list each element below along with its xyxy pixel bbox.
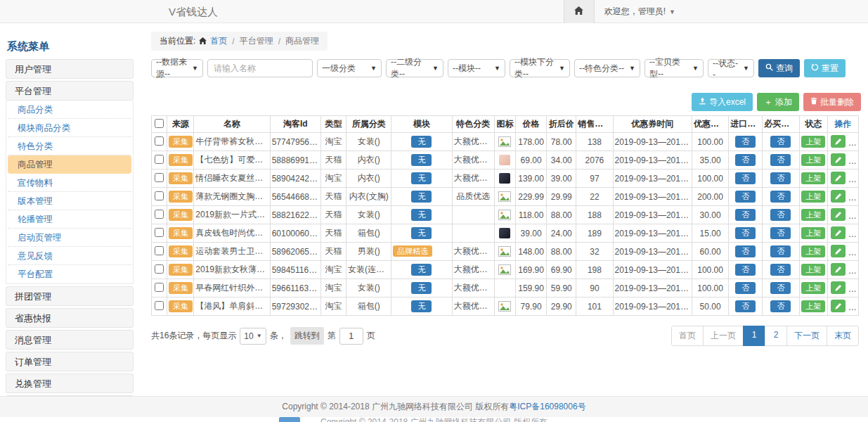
edit-button[interactable] bbox=[831, 153, 846, 166]
product-category: 女装() bbox=[346, 206, 391, 224]
import-select-badge[interactable]: 否 bbox=[735, 191, 756, 202]
row-checkbox[interactable] bbox=[155, 264, 164, 274]
edit-button[interactable] bbox=[831, 245, 846, 257]
status-badge[interactable]: 上架 bbox=[801, 264, 825, 275]
row-checkbox[interactable] bbox=[155, 155, 164, 164]
sidebar-item[interactable]: 启动页管理 bbox=[8, 229, 131, 247]
edit-button[interactable] bbox=[831, 263, 846, 276]
page-button[interactable]: 上一页 bbox=[703, 326, 744, 346]
must-buy-badge[interactable]: 否 bbox=[770, 209, 791, 220]
status-badge[interactable]: 上架 bbox=[801, 282, 825, 293]
status-badge[interactable]: 上架 bbox=[801, 227, 825, 238]
must-buy-badge[interactable]: 否 bbox=[770, 154, 791, 165]
import-select-badge[interactable]: 否 bbox=[735, 209, 756, 220]
import-select-badge[interactable]: 否 bbox=[735, 282, 756, 293]
add-button[interactable]: ＋ 添加 bbox=[757, 93, 799, 111]
page-button[interactable]: 1 bbox=[743, 326, 765, 346]
breadcrumb-home-link[interactable]: 首页 bbox=[210, 35, 227, 47]
must-buy-badge[interactable]: 否 bbox=[770, 300, 791, 312]
import-select-badge[interactable]: 否 bbox=[735, 154, 756, 165]
status-badge[interactable]: 上架 bbox=[801, 209, 825, 220]
edit-button[interactable] bbox=[831, 135, 846, 148]
page-button[interactable]: 2 bbox=[765, 326, 787, 346]
batch-delete-button[interactable]: 批量删除 bbox=[803, 93, 861, 111]
must-buy-badge[interactable]: 否 bbox=[770, 136, 791, 147]
sidebar-group-header[interactable]: 兑换管理 bbox=[6, 373, 134, 393]
sidebar-item[interactable]: 模块商品分类 bbox=[8, 119, 131, 137]
edit-button[interactable] bbox=[831, 208, 846, 221]
sidebar-item[interactable]: 商品分类 bbox=[8, 101, 131, 119]
status-badge[interactable]: 上架 bbox=[801, 300, 825, 312]
home-button[interactable] bbox=[564, 0, 595, 23]
must-buy-badge[interactable]: 否 bbox=[770, 282, 791, 293]
status-badge[interactable]: 上架 bbox=[801, 191, 825, 202]
import-select-badge[interactable]: 否 bbox=[735, 264, 756, 275]
sidebar-group-header[interactable]: 消息管理 bbox=[6, 330, 134, 350]
footer-partial: Copyright © 2014-2018 广州九驰网络科技有限公司 版权所有 bbox=[0, 417, 868, 422]
import-select-badge[interactable]: 否 bbox=[735, 172, 756, 184]
sales-count: 138 bbox=[576, 133, 613, 151]
filter-status[interactable]: --状态--▼ bbox=[708, 59, 754, 77]
sidebar-group-header[interactable]: 用户管理 bbox=[6, 59, 134, 79]
import-select-badge[interactable]: 否 bbox=[735, 245, 756, 257]
status-badge[interactable]: 上架 bbox=[801, 136, 825, 147]
row-checkbox[interactable] bbox=[155, 136, 164, 146]
search-button[interactable]: 查询 bbox=[758, 59, 800, 77]
row-checkbox[interactable] bbox=[155, 246, 164, 255]
edit-button[interactable] bbox=[831, 172, 846, 184]
icp-link[interactable]: 粤ICP备16098006号 bbox=[509, 401, 585, 413]
jump-page-input[interactable] bbox=[339, 328, 363, 345]
page-button[interactable]: 下一页 bbox=[786, 326, 827, 346]
status-badge[interactable]: 上架 bbox=[801, 154, 825, 165]
filter-item-type[interactable]: --宝贝类型--▼ bbox=[644, 59, 704, 77]
product-icon-cell bbox=[494, 206, 515, 224]
sidebar-group-header[interactable]: 订单管理 bbox=[6, 352, 134, 371]
sidebar-group-header[interactable]: 拼团管理 bbox=[6, 286, 134, 306]
must-buy-cell: 否 bbox=[763, 151, 799, 170]
sidebar-item[interactable]: 平台配置 bbox=[8, 265, 131, 283]
per-page-select[interactable]: 10 ▼ bbox=[240, 328, 266, 345]
row-checkbox[interactable] bbox=[155, 301, 164, 310]
coupon-time: 2019-09-13—2019-09-17 bbox=[613, 279, 692, 298]
name-search-input[interactable] bbox=[207, 59, 313, 77]
import-select-badge[interactable]: 否 bbox=[735, 227, 756, 238]
sidebar-group-header[interactable]: 省惠快报 bbox=[6, 308, 134, 328]
page-button[interactable]: 末页 bbox=[827, 326, 859, 346]
status-badge[interactable]: 上架 bbox=[801, 172, 825, 184]
row-checkbox[interactable] bbox=[155, 191, 164, 200]
filter-module[interactable]: --模块--▼ bbox=[448, 59, 505, 77]
edit-button[interactable] bbox=[831, 226, 846, 239]
edit-button[interactable] bbox=[831, 281, 846, 294]
user-menu[interactable]: 欢迎您，管理员! ▼ bbox=[595, 0, 685, 23]
row-checkbox[interactable] bbox=[155, 210, 164, 219]
filter-feature-category[interactable]: --特色分类--▼ bbox=[574, 59, 640, 77]
row-checkbox[interactable] bbox=[155, 173, 164, 182]
filter-module-subcategory[interactable]: --模块下分类--▼ bbox=[510, 59, 570, 77]
import-select-badge[interactable]: 否 bbox=[735, 300, 756, 312]
import-select-badge[interactable]: 否 bbox=[735, 136, 756, 147]
reset-button[interactable]: 重置 bbox=[804, 59, 846, 77]
sidebar-item[interactable]: 版本管理 bbox=[8, 192, 131, 210]
page-button[interactable]: 首页 bbox=[671, 326, 704, 346]
must-buy-badge[interactable]: 否 bbox=[770, 245, 791, 257]
import-excel-button[interactable]: 导入excel bbox=[692, 93, 753, 111]
must-buy-badge[interactable]: 否 bbox=[770, 227, 791, 238]
sidebar-item[interactable]: 宣传物料 bbox=[8, 174, 131, 192]
sidebar-item[interactable]: 特色分类 bbox=[8, 137, 131, 155]
filter-level2-category[interactable]: --二级分类--▼ bbox=[386, 59, 443, 77]
sidebar-group-header[interactable]: 平台管理 bbox=[6, 81, 134, 101]
row-checkbox[interactable] bbox=[155, 228, 164, 237]
status-badge[interactable]: 上架 bbox=[801, 245, 825, 257]
must-buy-badge[interactable]: 否 bbox=[770, 172, 791, 184]
sidebar-item[interactable]: 意见反馈 bbox=[8, 247, 131, 265]
filter-data-source[interactable]: --数据来源--▼ bbox=[151, 59, 203, 77]
must-buy-badge[interactable]: 否 bbox=[770, 191, 791, 202]
sidebar-item[interactable]: 商品管理 bbox=[8, 155, 131, 174]
row-checkbox[interactable] bbox=[155, 283, 164, 292]
filter-level1-category[interactable]: 一级分类▼ bbox=[317, 59, 382, 77]
sidebar-item[interactable]: 轮播管理 bbox=[8, 210, 131, 229]
select-all-checkbox[interactable] bbox=[155, 119, 164, 128]
edit-button[interactable] bbox=[831, 300, 846, 312]
must-buy-badge[interactable]: 否 bbox=[770, 264, 791, 275]
edit-button[interactable] bbox=[831, 190, 846, 203]
